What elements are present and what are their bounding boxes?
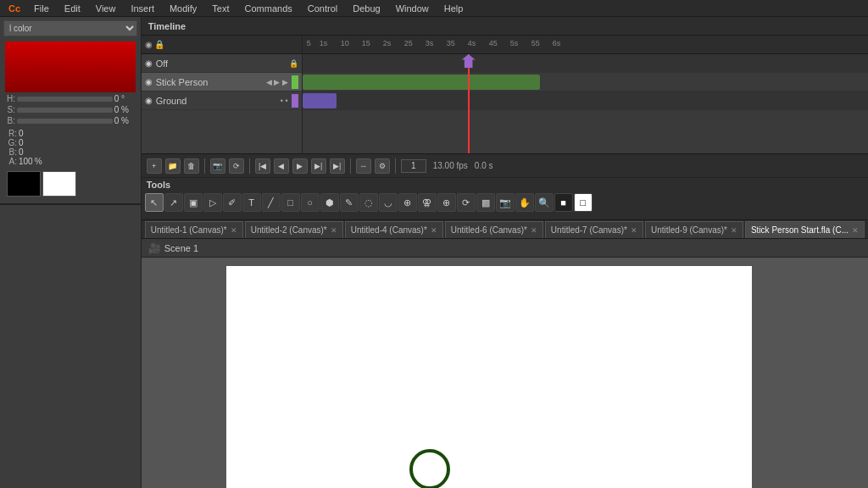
- step-back-btn[interactable]: ◀: [274, 158, 289, 174]
- tool-zoom[interactable]: 🔍: [535, 193, 554, 212]
- menu-edit[interactable]: Edit: [58, 2, 87, 15]
- tab-untitled9[interactable]: Untitled-9 (Canvas)* ✕: [645, 221, 743, 238]
- tool-lasso[interactable]: ✐: [223, 193, 242, 212]
- swatches-panel: [0, 204, 141, 488]
- layer-ground[interactable]: ◉ Ground • •: [142, 92, 302, 110]
- layer-off[interactable]: ◉ Off 🔒: [142, 54, 302, 73]
- scene-bar: 🎥 Scene 1: [142, 239, 868, 258]
- tab-untitled6[interactable]: Untitled-6 (Canvas)* ✕: [445, 221, 543, 238]
- tool-line[interactable]: ╱: [262, 193, 281, 212]
- frame-number-input[interactable]: [401, 159, 426, 173]
- fill-color-box[interactable]: [42, 171, 76, 197]
- tools-title: Tools: [147, 180, 171, 190]
- layers-header-icons: ◉ 🔒: [145, 40, 165, 49]
- layer-name-ground: Ground: [156, 96, 277, 106]
- tab-close-untitled4[interactable]: ✕: [431, 226, 437, 235]
- tab-untitled7[interactable]: Untitled-7 (Canvas)* ✕: [545, 221, 643, 238]
- fps-display: 13.00 fps: [433, 161, 468, 170]
- tool-poly[interactable]: ⬢: [320, 193, 339, 212]
- tab-close-untitled6[interactable]: ✕: [531, 226, 537, 235]
- left-panel: l color H: 0 ° S: 0 % B: 0 %: [0, 17, 142, 488]
- go-start-btn[interactable]: |◀: [255, 158, 270, 174]
- tool-select[interactable]: ↖: [145, 193, 164, 212]
- color-type-select[interactable]: l color: [3, 20, 137, 36]
- menu-insert[interactable]: Insert: [124, 2, 161, 15]
- layers-header: ◉ 🔒: [142, 36, 302, 54]
- tool-fluid-brush[interactable]: ◡: [379, 193, 398, 212]
- bright-value: 0 %: [114, 116, 136, 125]
- menu-bar: Cc File Edit View Insert Modify Text Com…: [0, 0, 868, 17]
- track-off[interactable]: [303, 54, 868, 73]
- tool-brush[interactable]: ◌: [359, 193, 378, 212]
- sat-slider[interactable]: [17, 108, 113, 113]
- menu-view[interactable]: View: [89, 2, 123, 15]
- delete-layer-btn[interactable]: 🗑: [184, 158, 199, 174]
- tab-close-stickperson[interactable]: ✕: [852, 226, 859, 235]
- tab-close-untitled9[interactable]: ✕: [731, 226, 737, 235]
- layer-lock-off: 🔒: [289, 59, 298, 68]
- hue-slider[interactable]: [17, 97, 113, 102]
- camera-btn[interactable]: 📷: [210, 158, 225, 174]
- tab-untitled1[interactable]: Untitled-1 (Canvas)* ✕: [145, 221, 243, 238]
- stroke-color-box[interactable]: [7, 171, 41, 197]
- menu-help[interactable]: Help: [437, 2, 470, 15]
- tool-paint-bucket[interactable]: ⚢: [418, 193, 437, 212]
- alpha-row: A: 100 %: [7, 157, 134, 166]
- tab-close-untitled7[interactable]: ✕: [631, 226, 637, 235]
- tool-fill-color[interactable]: □: [574, 193, 593, 212]
- tool-bone[interactable]: ⊕: [398, 193, 417, 212]
- color-panel: l color H: 0 ° S: 0 % B: 0 %: [0, 17, 141, 204]
- tool-oval[interactable]: ○: [301, 193, 320, 212]
- track-ground[interactable]: [303, 92, 868, 110]
- tab-label-untitled2: Untitled-2 (Canvas)*: [251, 225, 327, 235]
- menu-text[interactable]: Text: [205, 2, 236, 15]
- ruler-num-10: 10: [341, 39, 349, 47]
- playhead: [468, 54, 470, 153]
- menu-debug[interactable]: Debug: [346, 2, 387, 15]
- menu-window[interactable]: Window: [389, 2, 436, 15]
- tool-eraser[interactable]: ▩: [476, 193, 495, 212]
- tool-3d-rotate[interactable]: ▷: [203, 193, 222, 212]
- tool-camera[interactable]: 📷: [496, 193, 515, 212]
- tool-rect[interactable]: □: [281, 193, 300, 212]
- ruler-num-25: 25: [404, 39, 413, 47]
- tool-ink-bottle[interactable]: ⊕: [437, 193, 456, 212]
- step-fwd-btn[interactable]: ▶|: [311, 158, 326, 174]
- tab-close-untitled2[interactable]: ✕: [331, 226, 337, 235]
- tab-untitled4[interactable]: Untitled-4 (Canvas)* ✕: [345, 221, 443, 238]
- tab-close-untitled1[interactable]: ✕: [231, 226, 237, 235]
- green-row: G: 0: [7, 138, 134, 147]
- add-layer-btn[interactable]: +: [147, 158, 162, 174]
- tool-stroke-color[interactable]: ■: [554, 193, 573, 212]
- tool-free-transform[interactable]: ▣: [184, 193, 203, 212]
- hue-row: H: 0 °: [5, 94, 136, 103]
- bright-slider[interactable]: [17, 119, 113, 124]
- menu-file[interactable]: File: [27, 2, 56, 15]
- menu-modify[interactable]: Modify: [163, 2, 203, 15]
- timeline: Timeline ◉ 🔒 ◉ Off 🔒 ◉: [142, 17, 868, 178]
- hue-label: H:: [5, 94, 15, 103]
- loop-btn[interactable]: ⟳: [229, 158, 244, 174]
- menu-control[interactable]: Control: [301, 2, 344, 15]
- tab-untitled2[interactable]: Untitled-2 (Canvas)* ✕: [245, 221, 343, 238]
- tool-text[interactable]: T: [242, 193, 261, 212]
- ruler-mark-5s: 5s: [510, 39, 519, 47]
- tool-subselect[interactable]: ↗: [164, 193, 183, 212]
- folder-btn[interactable]: 📁: [165, 158, 181, 174]
- canvas-area[interactable]: [142, 258, 868, 488]
- tool-eyedropper[interactable]: ⟳: [457, 193, 476, 212]
- track-stickperson[interactable]: [303, 73, 868, 92]
- settings-btn[interactable]: ⚙: [375, 158, 390, 174]
- layer-dots-ground: • •: [281, 97, 288, 105]
- go-end-btn[interactable]: ▶|: [330, 158, 345, 174]
- tab-stickperson[interactable]: Stick Person Start.fla (C... ✕: [745, 221, 865, 238]
- tool-hand[interactable]: ✋: [515, 193, 534, 212]
- play-btn[interactable]: ▶: [292, 158, 308, 174]
- layer-stickperson[interactable]: ◉ Stick Person ◀ ▶ ▶: [142, 73, 302, 92]
- color-gradient[interactable]: [5, 42, 136, 92]
- menu-commands[interactable]: Commands: [238, 2, 299, 15]
- alpha-label: A:: [7, 157, 17, 166]
- tool-pencil[interactable]: ✎: [340, 193, 359, 212]
- loop-range-btn[interactable]: ↔: [356, 158, 371, 174]
- ruler-mark-6s: 6s: [553, 39, 561, 47]
